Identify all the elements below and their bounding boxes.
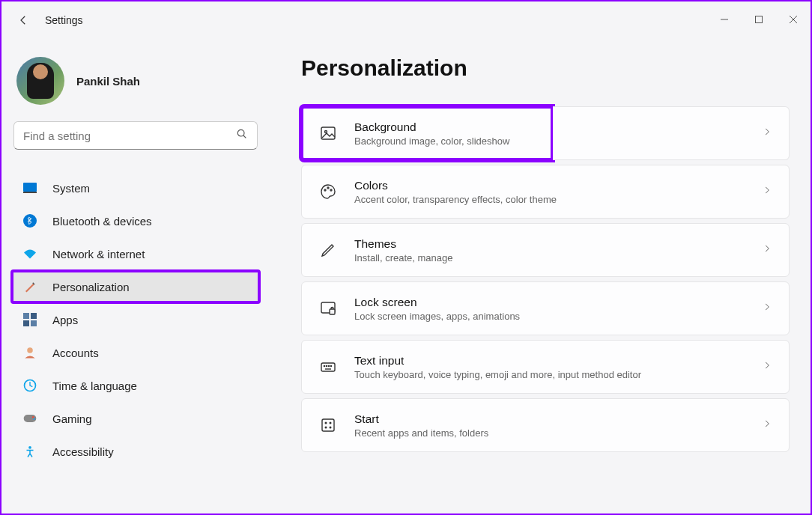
card-subtitle: Background image, color, slideshow <box>354 135 536 147</box>
app-title: Settings <box>45 14 83 26</box>
sidebar-item-label: Accessibility <box>52 445 114 458</box>
svg-line-3 <box>243 135 246 138</box>
svg-point-14 <box>32 416 34 418</box>
page-title: Personalization <box>301 55 790 81</box>
card-title: Start <box>354 412 745 426</box>
svg-rect-4 <box>23 183 37 192</box>
palette-icon <box>318 182 338 201</box>
paintbrush-icon <box>22 279 37 294</box>
accessibility-icon <box>22 444 37 459</box>
sidebar-item-label: Bluetooth & devices <box>52 215 152 228</box>
card-subtitle: Accent color, transparency effects, colo… <box>354 194 745 205</box>
search-input[interactable] <box>23 129 236 142</box>
sidebar-item-network[interactable]: Network & internet <box>12 238 259 269</box>
svg-point-16 <box>28 446 31 449</box>
person-icon <box>22 345 37 360</box>
minimize-button[interactable] <box>707 6 742 33</box>
svg-point-34 <box>330 427 331 428</box>
svg-point-18 <box>325 131 327 133</box>
card-text-input[interactable]: Text input Touch keyboard, voice typing,… <box>301 340 790 394</box>
card-title: Background <box>354 121 536 134</box>
card-subtitle: Recent apps and items, folders <box>354 427 745 439</box>
picture-icon <box>318 124 338 143</box>
svg-rect-30 <box>322 419 334 431</box>
card-colors[interactable]: Colors Accent color, transparency effect… <box>301 165 790 219</box>
keyboard-icon <box>318 357 338 377</box>
svg-point-25 <box>324 365 324 366</box>
chevron-right-icon <box>762 127 772 140</box>
chevron-right-icon <box>762 360 772 374</box>
apps-icon <box>22 312 37 327</box>
sidebar-item-accessibility[interactable]: Accessibility <box>12 436 259 467</box>
close-button[interactable] <box>776 6 811 33</box>
sidebar-item-label: Time & language <box>52 380 137 392</box>
svg-rect-24 <box>321 363 335 371</box>
chevron-right-icon <box>762 185 772 198</box>
sidebar: Pankil Shah System Bluetooth & devices N… <box>1 37 271 514</box>
sidebar-item-label: Network & internet <box>52 248 145 260</box>
svg-point-32 <box>330 422 331 424</box>
sidebar-item-label: System <box>52 182 90 195</box>
main-content: Personalization Background Background im… <box>271 37 811 514</box>
lock-screen-icon <box>318 299 338 318</box>
gamepad-icon <box>22 411 37 426</box>
profile-name: Pankil Shah <box>76 75 140 88</box>
svg-point-28 <box>330 365 331 366</box>
sidebar-item-accounts[interactable]: Accounts <box>12 337 259 368</box>
svg-point-26 <box>326 365 327 366</box>
search-box[interactable] <box>13 121 258 150</box>
card-title: Colors <box>354 179 745 192</box>
maximize-button[interactable] <box>742 6 776 33</box>
svg-rect-5 <box>23 192 37 193</box>
svg-point-11 <box>27 347 33 353</box>
pen-icon <box>318 240 338 260</box>
card-subtitle: Install, create, manage <box>354 252 745 263</box>
card-themes[interactable]: Themes Install, create, manage <box>301 223 790 277</box>
card-lock-screen[interactable]: Lock screen Lock screen images, apps, an… <box>301 281 790 335</box>
clock-globe-icon <box>22 378 37 393</box>
chevron-right-icon <box>762 418 772 432</box>
svg-point-21 <box>330 189 332 191</box>
sidebar-item-personalization[interactable]: Personalization <box>12 271 259 302</box>
svg-rect-23 <box>330 309 335 314</box>
bluetooth-icon <box>22 213 37 228</box>
svg-point-31 <box>325 422 327 424</box>
start-grid-icon <box>318 415 338 435</box>
svg-point-20 <box>327 187 329 189</box>
sidebar-item-label: Accounts <box>52 347 99 359</box>
svg-rect-10 <box>31 320 37 326</box>
sidebar-item-apps[interactable]: Apps <box>12 304 259 335</box>
chevron-right-icon <box>762 243 772 257</box>
svg-point-15 <box>34 418 36 421</box>
svg-rect-7 <box>23 313 29 319</box>
sidebar-item-label: Personalization <box>52 281 130 293</box>
svg-rect-17 <box>321 127 335 139</box>
back-button[interactable] <box>15 12 31 28</box>
svg-point-27 <box>328 365 329 366</box>
sidebar-item-label: Gaming <box>52 412 92 425</box>
search-icon <box>236 128 248 143</box>
sidebar-item-time-language[interactable]: Time & language <box>12 370 259 401</box>
sidebar-item-system[interactable]: System <box>12 172 259 204</box>
card-start[interactable]: Start Recent apps and items, folders <box>301 398 790 452</box>
card-title: Themes <box>354 237 745 251</box>
sidebar-item-bluetooth[interactable]: Bluetooth & devices <box>12 205 259 237</box>
avatar <box>16 57 64 105</box>
svg-rect-1 <box>756 16 763 23</box>
svg-point-33 <box>325 427 327 428</box>
card-title: Lock screen <box>354 296 745 309</box>
svg-rect-8 <box>31 313 37 319</box>
svg-point-2 <box>237 129 244 136</box>
card-subtitle: Lock screen images, apps, animations <box>354 311 745 322</box>
card-background[interactable]: Background Background image, color, slid… <box>301 106 553 160</box>
profile-section[interactable]: Pankil Shah <box>12 46 259 121</box>
card-background-expand[interactable] <box>553 106 790 160</box>
svg-point-19 <box>324 189 326 191</box>
card-title: Text input <box>354 354 745 368</box>
display-icon <box>22 180 37 195</box>
card-subtitle: Touch keyboard, voice typing, emoji and … <box>354 369 745 380</box>
svg-rect-9 <box>23 320 29 326</box>
chevron-right-icon <box>762 302 772 315</box>
sidebar-item-gaming[interactable]: Gaming <box>12 403 259 434</box>
sidebar-item-label: Apps <box>52 314 78 326</box>
